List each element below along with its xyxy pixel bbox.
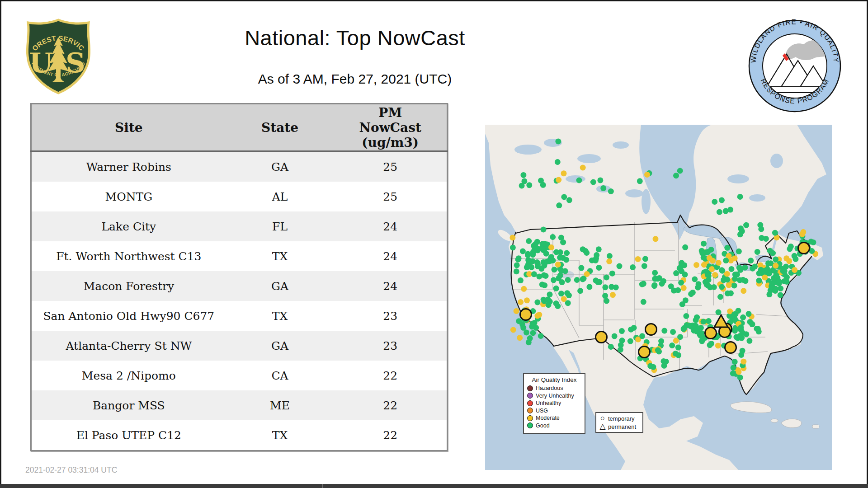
monitor-dot bbox=[740, 277, 746, 283]
monitor-dot bbox=[678, 280, 684, 286]
monitor-dot bbox=[617, 263, 623, 269]
monitor-dot bbox=[701, 262, 707, 268]
monitor-dot bbox=[746, 338, 752, 344]
monitor-dot bbox=[586, 284, 592, 290]
monitor-dot bbox=[556, 202, 562, 208]
monitor-dot bbox=[675, 345, 681, 351]
monitor-dot bbox=[661, 328, 667, 334]
monitor-dot bbox=[561, 170, 567, 176]
monitor-dot bbox=[669, 343, 675, 348]
monitor-dot bbox=[655, 347, 661, 353]
page-title: National: Top NowCast bbox=[245, 25, 465, 50]
monitor-dot bbox=[612, 333, 618, 339]
monitor-dot bbox=[673, 173, 679, 178]
monitor-dot bbox=[660, 278, 666, 284]
monitor-dot bbox=[776, 278, 782, 284]
monitor-dot bbox=[766, 291, 772, 297]
aqi-legend-title: Air Quality Index bbox=[527, 376, 581, 383]
monitor-dot bbox=[519, 183, 525, 188]
table-cell: GA bbox=[226, 331, 334, 361]
monitor-dot bbox=[705, 283, 711, 289]
monitor-dot bbox=[555, 159, 561, 165]
aqi-legend-label: USG bbox=[536, 408, 548, 414]
table-cell: Warner Robins bbox=[31, 151, 226, 182]
forest-service-logo: FOREST SERVICE U S DEPARTMENT OF AGRICUL… bbox=[24, 16, 92, 96]
monitor-dot bbox=[553, 286, 559, 291]
monitor-dot bbox=[553, 300, 559, 306]
monitor-dot bbox=[661, 363, 667, 369]
monitor-dot bbox=[548, 244, 554, 250]
monitor-dot bbox=[514, 268, 519, 274]
monitor-dot bbox=[717, 294, 723, 300]
aqi-legend-item: Hazardous bbox=[527, 385, 581, 391]
monitor-dot bbox=[593, 258, 599, 263]
monitor-dot bbox=[653, 236, 659, 242]
monitor-dot bbox=[524, 329, 529, 335]
monitor-dot bbox=[673, 270, 679, 276]
monitor-dot bbox=[748, 258, 754, 263]
aqi-legend-item: Moderate bbox=[527, 415, 581, 421]
table-cell: TX bbox=[226, 420, 334, 451]
monitor-dot bbox=[712, 199, 717, 205]
monitor-dot bbox=[754, 326, 760, 332]
aqi-legend-label: Unhealthy bbox=[536, 400, 561, 406]
aqi-legend-item: Unhealthy bbox=[527, 400, 581, 406]
monitor-dot bbox=[737, 231, 743, 237]
table-row: Mesa 2 /NipomoCA22 bbox=[31, 361, 448, 390]
monitor-dot bbox=[596, 246, 602, 252]
monitor-dot bbox=[741, 359, 746, 365]
monitor-dot bbox=[557, 255, 563, 261]
monitor-dot bbox=[677, 334, 683, 340]
monitor-dot bbox=[584, 250, 590, 256]
monitor-dot bbox=[637, 178, 643, 184]
monitor-dot bbox=[701, 241, 707, 247]
table-row: Bangor MSSME22 bbox=[31, 390, 448, 420]
monitor-dot bbox=[698, 333, 704, 339]
monitor-dot bbox=[683, 313, 689, 319]
table-cell: GA bbox=[226, 271, 334, 301]
monitor-dot bbox=[556, 177, 561, 183]
monitor-dot bbox=[563, 257, 569, 263]
table-cell: Mesa 2 /Nipomo bbox=[31, 361, 226, 390]
monitor-dot bbox=[729, 266, 735, 272]
table-row: Warner RobinsGA25 bbox=[31, 151, 448, 182]
monitor-dot bbox=[550, 258, 556, 263]
aqi-map: Air Quality Index HazardousVery Unhealth… bbox=[485, 125, 832, 470]
monitor-dot bbox=[541, 227, 547, 233]
monitor-dot bbox=[732, 272, 738, 277]
monitor-dot bbox=[559, 279, 565, 285]
monitor-dot bbox=[740, 314, 746, 320]
table-cell: Lake City bbox=[31, 211, 226, 241]
column-header: State bbox=[226, 104, 334, 151]
monitor-dot bbox=[527, 335, 533, 341]
monitor-dot bbox=[780, 268, 786, 274]
monitor-dot bbox=[808, 239, 814, 244]
monitor-dot bbox=[732, 255, 738, 261]
monitor-dot bbox=[607, 253, 613, 259]
monitor-dot bbox=[717, 209, 722, 215]
monitor-dot bbox=[557, 249, 563, 255]
monitor-dot bbox=[774, 272, 779, 278]
monitor-dot bbox=[558, 267, 564, 273]
monitor-dot bbox=[555, 262, 561, 267]
monitor-dot bbox=[736, 249, 742, 254]
window-bottom-edge bbox=[0, 484, 868, 488]
monitor-dot bbox=[545, 296, 551, 302]
monitor-dot bbox=[639, 282, 645, 287]
monitor-dot bbox=[696, 281, 702, 287]
monitor-dot bbox=[693, 317, 699, 323]
top-site-marker bbox=[520, 309, 532, 320]
monitor-dot bbox=[731, 282, 737, 288]
monitor-dot bbox=[719, 284, 725, 290]
monitor-dot bbox=[619, 328, 625, 334]
monitor-dot bbox=[555, 139, 561, 145]
monitor-dot bbox=[526, 182, 532, 188]
generated-timestamp: 2021-02-27 03:31:04 UTC bbox=[25, 465, 117, 475]
monitor-dot bbox=[551, 277, 557, 283]
monitor-dot bbox=[628, 327, 634, 333]
table-cell: Bangor MSS bbox=[31, 390, 226, 420]
monitor-dot bbox=[726, 282, 732, 288]
monitor-dot bbox=[741, 288, 746, 294]
monitor-dot bbox=[706, 277, 712, 283]
monitor-dot bbox=[538, 333, 544, 339]
